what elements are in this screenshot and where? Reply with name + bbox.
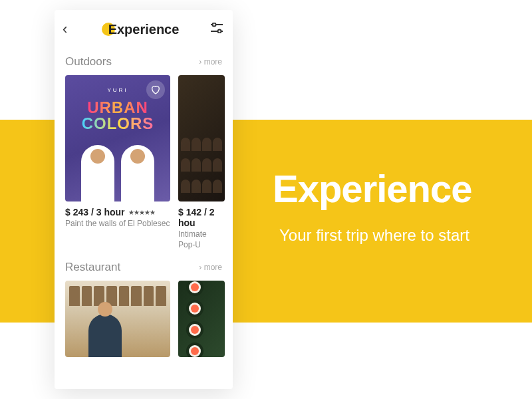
cards-row: YURI URBAN COLORS $ 243 / 3 [65,75,222,250]
card-price: $ 243 / 3 hour [65,207,124,217]
card-rating: ★★★★★ [128,209,155,216]
section-head: Restaurant › more [65,261,222,274]
card-meta: $ 243 / 3 hour ★★★★★ Paint the walls of … [65,207,170,229]
filter-icon [210,23,223,33]
card-art-people [65,145,170,201]
svg-point-1 [213,23,216,27]
more-link[interactable]: › more [199,263,222,272]
more-link[interactable]: › more [199,57,222,66]
card-description: Paint the walls of El Poblesec [65,219,170,229]
header-title-wrap: Experience [108,22,180,37]
favorite-button[interactable] [146,80,165,99]
card-brand: YURI [107,87,128,93]
card-image: YURI URBAN COLORS [65,75,170,201]
cards-row [65,281,222,357]
section-outdoors: Outdoors › more YURI URBAN COLORS [55,49,233,250]
card-image [65,281,170,357]
card-description: Intimate Pop-U [178,229,225,250]
card-image [178,75,225,201]
page-title: Experience [108,22,180,37]
card-meta: $ 142 / 2 hou Intimate Pop-U [178,207,225,250]
restaurant-card[interactable] [65,281,170,357]
svg-point-3 [218,30,221,33]
app-header: ‹ Experience [55,10,233,49]
card-art-line2: COLORS [82,114,154,133]
card-image [178,281,225,357]
section-title: Restaurant [65,261,120,274]
card-art-crowd [178,135,225,201]
phone-frame: ‹ Experience Outdoors › more YURI URBAN [55,10,233,389]
hero-subtitle: Your first trip where to start [279,226,469,245]
section-head: Outdoors › more [65,55,222,68]
restaurant-card-peek[interactable] [178,281,225,357]
heart-icon [150,84,161,95]
back-button[interactable]: ‹ [63,22,67,37]
card-price: $ 142 / 2 hou [178,207,225,228]
experience-card-peek[interactable]: $ 142 / 2 hou Intimate Pop-U [178,75,225,250]
section-title: Outdoors [65,55,112,68]
experience-card[interactable]: YURI URBAN COLORS $ 243 / 3 [65,75,170,250]
hero-title: Experience [273,166,472,211]
section-restaurant: Restaurant › more [55,254,233,357]
filter-button[interactable] [210,23,223,36]
